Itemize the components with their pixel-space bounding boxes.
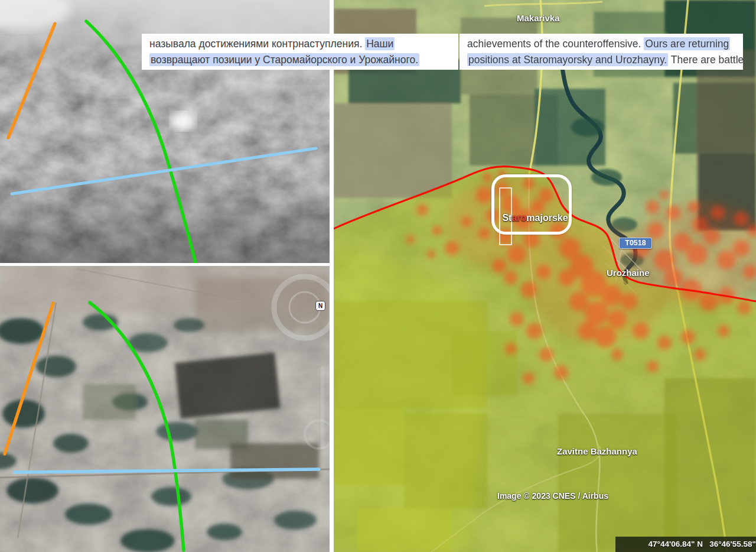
english-text-normal-2: There are battles bbox=[668, 54, 743, 66]
compass-north-badge: N bbox=[315, 301, 325, 311]
label-urozhaine: Urozhaine bbox=[607, 268, 650, 278]
situation-map-panel: Makarivka Staromajorske T0518 Urozhaine … bbox=[334, 0, 756, 552]
label-staromajorske: Staromajorske bbox=[497, 213, 573, 223]
screenshot-collage: N bbox=[0, 0, 756, 552]
russian-text-highlighted: Наши bbox=[365, 37, 395, 50]
label-zavitne-bazhannya: Zavitne Bazhannya bbox=[557, 446, 637, 456]
russian-line-2: возвращают позиции у Старомайорского и У… bbox=[149, 52, 451, 68]
label-makarivka: Makarivka bbox=[517, 13, 560, 23]
label-staromajorske-part3: majorske bbox=[526, 213, 568, 223]
russian-line-1: называла достижениями контрнаступления. … bbox=[149, 36, 451, 52]
russian-text-highlighted-2: возвращают позиции у Старомайорского и У… bbox=[149, 53, 419, 66]
map-base bbox=[334, 0, 756, 552]
english-text-normal: achievements of the counteroffensive. bbox=[467, 38, 644, 50]
staromajorske-highlight-box bbox=[491, 174, 572, 235]
coordinates-readout: 47°44'06.84" N 36°46'55.58" bbox=[615, 537, 756, 552]
label-staromajorske-part1: St bbox=[502, 213, 511, 223]
english-line-2: positions at Staromayorsky and Urozhayny… bbox=[467, 52, 736, 68]
translation-box-english: achievements of the counteroffensive. Ou… bbox=[460, 34, 743, 70]
satellite-image-texture bbox=[0, 266, 330, 552]
english-text-highlighted-2: positions at Staromayorsky and Urozhayny… bbox=[467, 53, 668, 66]
satellite-image-panel: N bbox=[0, 266, 330, 552]
english-line-1: achievements of the counteroffensive. Ou… bbox=[467, 36, 736, 52]
imagery-credit: Image © 2023 CNES / Airbus bbox=[497, 491, 608, 501]
russian-text-normal: называла достижениями контрнаступления. bbox=[149, 38, 365, 50]
translation-box-russian: называла достижениями контрнаступления. … bbox=[142, 34, 458, 70]
road-badge-t0518: T0518 bbox=[619, 238, 652, 249]
zoom-slider bbox=[321, 366, 324, 449]
english-text-highlighted: Ours are returning bbox=[644, 37, 730, 50]
label-staromajorske-part2: aro bbox=[511, 213, 526, 223]
